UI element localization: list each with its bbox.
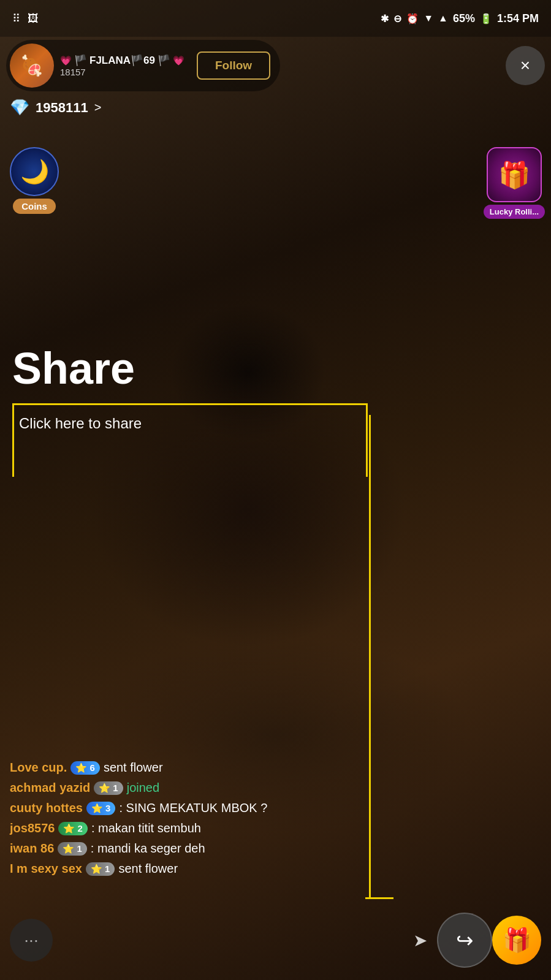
avatar[interactable]: 🍖: [10, 44, 54, 88]
level-badge: ⭐ 1: [86, 862, 115, 876]
send-button[interactable]: ➤: [403, 923, 437, 957]
gift-icon: 🎁: [503, 927, 531, 954]
send-icon: ➤: [413, 930, 427, 951]
coins-label: Coins: [13, 199, 56, 214]
share-title: Share: [12, 343, 368, 393]
status-bar: ⠿ 🖼 ✱ ⊖ ⏰ ▼ ▲ 65% 🔋 1:54 PM: [0, 0, 551, 37]
chat-message: Love cup. ⭐ 6 sent flower: [10, 761, 267, 775]
level-badge: ⭐ 1: [58, 842, 87, 856]
chat-username: Love cup.: [10, 761, 67, 775]
chat-username: jos8576: [10, 821, 55, 835]
grid-icon: ⠿: [12, 12, 20, 25]
lucky-rolling-icon: 🎁: [487, 147, 542, 202]
status-left: ⠿ 🖼: [12, 12, 39, 25]
share-click-text: Click here to share: [14, 405, 366, 432]
chat-text: : SING MEKATUK MBOK ?: [119, 801, 267, 815]
flag-icon-right: 🏴: [158, 54, 170, 67]
lucky-rolling-label: Lucky Rolli...: [484, 205, 545, 219]
bluetooth-icon: ✱: [381, 13, 389, 25]
diamond-bar[interactable]: 💎 1958111 >: [10, 98, 101, 117]
chat-text: : mandi ka seger deh: [91, 841, 205, 856]
battery-icon: 🔋: [480, 13, 492, 25]
chat-input-button[interactable]: ···: [10, 919, 53, 962]
chat-message: cuuty hottes ⭐ 3 : SING MEKATUK MBOK ?: [10, 801, 267, 815]
chat-username: achmad yazid: [10, 781, 90, 795]
heart-icon: 💗: [60, 55, 72, 66]
coins-icon: 🌙: [10, 147, 59, 196]
level-badge: ⭐ 2: [58, 822, 88, 835]
share-line-horizontal: [365, 897, 393, 899]
level-badge: ⭐ 1: [94, 781, 123, 795]
username-text: FJLANA🏴69: [89, 54, 155, 67]
level-badge: ⭐ 6: [70, 761, 100, 775]
share-box[interactable]: Click here to share: [12, 403, 368, 477]
signal-icon: ▲: [438, 13, 448, 24]
chat-username: iwan 86: [10, 841, 54, 856]
user-details: 💗 🏴 FJLANA🏴69 🏴 💗 18157: [60, 54, 184, 77]
diamond-count: 1958111: [36, 100, 88, 116]
share-icon: ↪: [456, 928, 473, 952]
user-info: 🍖 💗 🏴 FJLANA🏴69 🏴 💗 18157 Follow: [6, 40, 280, 91]
username: 💗 🏴 FJLANA🏴69 🏴 💗: [60, 54, 184, 67]
diamond-icon: 💎: [10, 98, 29, 117]
lucky-rolling-widget[interactable]: 🎁 Lucky Rolli...: [484, 147, 545, 219]
chat-text: joined: [127, 781, 159, 795]
image-icon: 🖼: [28, 12, 39, 25]
level-badge: ⭐ 3: [86, 802, 116, 815]
clock: 1:54 PM: [497, 12, 539, 25]
follow-button[interactable]: Follow: [197, 51, 270, 80]
battery-percent: 65%: [453, 12, 475, 25]
follower-count: 18157: [60, 67, 184, 77]
close-button[interactable]: ×: [506, 46, 545, 85]
chat-text: sent flower: [118, 862, 178, 876]
top-bar: 🍖 💗 🏴 FJLANA🏴69 🏴 💗 18157 Follow ×: [6, 40, 545, 91]
chat-username: I m sexy sex: [10, 862, 82, 876]
chat-text: sent flower: [104, 761, 163, 775]
heart-icon-right: 💗: [173, 55, 184, 66]
chat-message: jos8576 ⭐ 2 : makan titit sembuh: [10, 821, 267, 835]
chat-area: Love cup. ⭐ 6 sent flower achmad yazid ⭐…: [10, 761, 267, 876]
share-circle-button[interactable]: ↪: [437, 913, 492, 968]
alarm-icon: ⏰: [406, 13, 419, 25]
minus-icon: ⊖: [393, 13, 401, 25]
diamond-arrow: >: [94, 101, 102, 115]
chat-text: : makan titit sembuh: [91, 821, 201, 835]
share-line-vertical: [369, 415, 371, 899]
flag-icon-left: 🏴: [74, 54, 87, 67]
chat-username: cuuty hottes: [10, 801, 83, 815]
chat-message: achmad yazid ⭐ 1 joined: [10, 781, 267, 795]
bottom-bar: ··· ➤ ↪ 🎁: [10, 913, 541, 968]
gift-button[interactable]: 🎁: [492, 916, 541, 965]
coins-widget[interactable]: 🌙 Coins: [10, 147, 59, 214]
status-right: ✱ ⊖ ⏰ ▼ ▲ 65% 🔋 1:54 PM: [381, 12, 539, 25]
share-overlay: Share Click here to share: [0, 343, 380, 477]
chat-message: I m sexy sex ⭐ 1 sent flower: [10, 862, 267, 876]
wifi-icon: ▼: [424, 13, 433, 24]
chat-message: iwan 86 ⭐ 1 : mandi ka seger deh: [10, 841, 267, 856]
